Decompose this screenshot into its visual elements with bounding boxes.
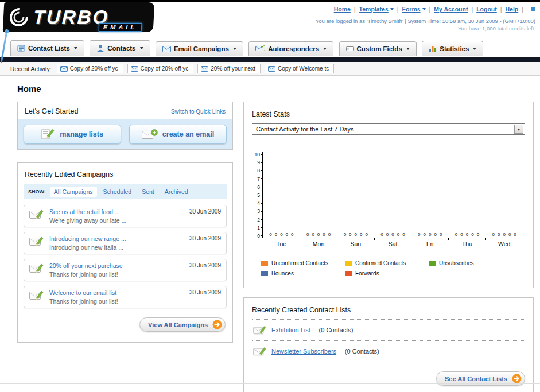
recent-activity-item[interactable]: Copy of 20% off yc: [127, 64, 194, 73]
logo-subtext: EMAIL: [98, 23, 142, 32]
nav-tab-email-campaigns[interactable]: Email Campaigns: [156, 41, 243, 56]
pencil-list-icon: [41, 129, 55, 140]
campaign-date: 30 Jun 2009: [189, 289, 221, 296]
manage-lists-button[interactable]: manage lists: [24, 125, 121, 144]
x-axis-label: Tue: [277, 240, 287, 247]
tab-all-campaigns[interactable]: All Campaigns: [50, 187, 97, 197]
envelope-pencil-icon: [253, 346, 267, 356]
bar-value-label: 0: [402, 232, 405, 237]
tab-archived[interactable]: Archived: [161, 187, 192, 197]
bar-value-label: 0: [466, 232, 468, 237]
campaign-list-item[interactable]: Welcome to our email list Thanks for joi…: [24, 286, 227, 308]
bar-value-label: 0: [355, 232, 357, 237]
campaign-list-item[interactable]: See us at the retail food ... We're givi…: [24, 205, 227, 227]
bar-value-label: 0: [434, 232, 436, 237]
latest-stats-panel: Latest Stats Contact Activity for the La…: [243, 102, 534, 288]
recently-edited-campaigns-panel: Recently Edited Campaigns SHOW: All Camp…: [17, 162, 233, 343]
nav-tab-label: Email Campaigns: [174, 45, 229, 52]
contact-list-link[interactable]: Newsletter Subscribers: [271, 348, 336, 355]
contact-lists-panel-title: Recently Created Contact Lists: [252, 306, 351, 314]
legend-swatch: [261, 261, 268, 266]
nav-tab-autoresponders[interactable]: Autoresponders: [248, 41, 333, 56]
bar-value-label: 0: [429, 232, 431, 237]
switch-quick-links-link[interactable]: Switch to Quick Links: [171, 108, 226, 115]
envelope-pencil-icon: [29, 262, 44, 274]
contact-list-item[interactable]: Exhibition List - (0 Contacts): [252, 320, 525, 341]
campaign-subject: Thanks for joining our list!: [49, 271, 184, 278]
campaign-date: 30 Jun 2009: [189, 262, 221, 269]
bar-value-label: 0: [280, 232, 282, 237]
recent-activity-item[interactable]: Copy of Welcome tc: [265, 64, 334, 73]
statistics-icon: [429, 45, 437, 52]
create-email-button[interactable]: create an email: [129, 125, 227, 144]
contact-activity-chart: 109876543210 00000Tue00000Mon00000Sun000…: [253, 152, 523, 249]
email-campaigns-icon: [162, 46, 171, 52]
get-started-title: Let's Get Started: [25, 107, 78, 115]
bar-value-label: 0: [508, 232, 511, 237]
campaign-title-link[interactable]: Introducing our new range ...: [49, 235, 184, 242]
envelope-icon: [201, 66, 208, 72]
recent-activity-item[interactable]: Copy of 20% off yc: [57, 64, 123, 73]
top-link-forms[interactable]: Forms: [402, 6, 434, 13]
stats-period-select[interactable]: Contact Activity for the Last 7 Days ▼: [252, 123, 525, 135]
nav-tab-contacts[interactable]: Contacts: [90, 40, 150, 56]
chart-plot: 00000Tue00000Mon00000Sun00000Sat00000Fri…: [262, 152, 523, 238]
chart-category-group: 00000Fri: [411, 152, 449, 238]
nav-tab-statistics[interactable]: Statistics: [422, 41, 483, 56]
campaigns-panel-title: Recently Edited Campaigns: [25, 170, 113, 178]
view-all-campaigns-button[interactable]: View All Campaigns: [139, 317, 226, 332]
top-link-my-account[interactable]: My Account: [434, 6, 476, 13]
chevron-down-icon: [74, 47, 77, 49]
x-axis-label: Thu: [462, 240, 472, 247]
bar-value-label: 0: [291, 232, 293, 237]
y-axis-tick: 7: [253, 177, 262, 181]
top-nav-links: Home Templates Forms My Account Logout H…: [334, 6, 535, 13]
campaign-list-item[interactable]: 20% off your next purchase Thanks for jo…: [24, 259, 227, 281]
campaign-title-link[interactable]: Welcome to our email list: [49, 289, 184, 296]
tab-scheduled[interactable]: Scheduled: [99, 187, 136, 197]
legend-item: Forwards: [345, 270, 429, 277]
contact-list-link[interactable]: Exhibition List: [271, 327, 310, 333]
nav-tab-contact-lists[interactable]: Contact Lists: [10, 40, 84, 56]
bar-value-label: 0: [360, 232, 362, 237]
contacts-icon: [96, 44, 104, 52]
orange-arrow-icon: [512, 374, 522, 383]
campaign-title-link[interactable]: See us at the retail food ...: [49, 208, 184, 215]
recent-activity-item[interactable]: 20% off your next: [197, 64, 261, 73]
chevron-down-icon: [323, 48, 327, 50]
main-navigation: Contact Lists Contacts Email Campaigns A…: [0, 36, 540, 57]
chevron-down-icon: [473, 48, 476, 50]
bar-value-label: 0: [503, 232, 505, 237]
tab-sent[interactable]: Sent: [138, 187, 158, 197]
get-started-panel: Let's Get Started Switch to Quick Links …: [17, 102, 233, 150]
get-started-body: manage lists create an email: [18, 119, 232, 149]
chevron-down-icon: [140, 47, 143, 49]
bar-value-label: 0: [328, 232, 331, 237]
chart-legend: Unconfirmed ContactsConfirmed ContactsUn…: [261, 260, 525, 281]
y-axis-tick: 10: [253, 152, 262, 157]
top-link-home[interactable]: Home: [334, 6, 359, 13]
show-label: SHOW:: [28, 189, 46, 195]
stats-panel-title: Latest Stats: [252, 110, 290, 118]
campaign-subject: Thanks for joining our list!: [49, 298, 184, 305]
campaign-title-link[interactable]: 20% off your next purchase: [49, 262, 184, 269]
top-link-help[interactable]: Help: [506, 6, 527, 13]
top-link-logout[interactable]: Logout: [476, 6, 505, 13]
nav-tab-custom-fields[interactable]: Custom Fields: [339, 41, 417, 56]
bar-value-label: 0: [349, 232, 351, 237]
envelope-pencil-icon: [29, 289, 44, 301]
campaign-list-item[interactable]: Introducing our new range ... Introducin…: [24, 232, 227, 254]
turbo-email-logo[interactable]: TURBO EMAIL: [3, 2, 154, 32]
y-axis-tick: 5: [253, 193, 262, 197]
top-link-templates[interactable]: Templates: [359, 6, 402, 13]
nav-tab-label: Autoresponders: [268, 45, 319, 52]
y-axis-tick: 6: [253, 185, 262, 189]
footer-divider: [0, 383, 540, 384]
bar-value-label: 0: [492, 232, 495, 237]
bar-value-label: 0: [455, 232, 457, 237]
y-axis-tick: 3: [253, 209, 262, 214]
contact-list-item[interactable]: Newsletter Subscribers - (0 Contacts): [252, 341, 525, 362]
envelope-pencil-icon: [253, 325, 267, 335]
page-title: Home: [17, 84, 523, 94]
bar-value-label: 0: [440, 232, 442, 237]
